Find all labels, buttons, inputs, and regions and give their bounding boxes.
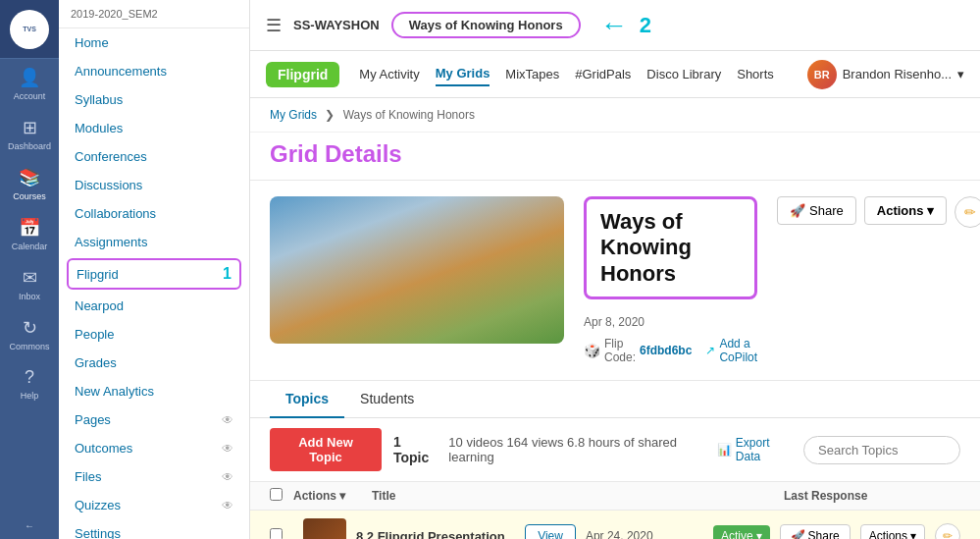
sidebar-item-new-analytics[interactable]: New Analytics — [59, 377, 249, 405]
header-last-response-col: Last Response — [784, 489, 960, 503]
calendar-icon: 📅 — [19, 217, 40, 239]
sidebar-item-discussions[interactable]: Discussions — [59, 171, 249, 199]
nav-item-calendar[interactable]: 📅 Calendar — [0, 209, 59, 259]
grid-details-title: Grid Details — [270, 140, 960, 168]
header-actions-col: Actions ▾ — [293, 489, 372, 503]
pages-eye-icon: 👁 — [222, 413, 233, 427]
outcomes-eye-icon: 👁 — [222, 442, 233, 456]
tab-topics[interactable]: Topics — [270, 381, 344, 418]
sidebar-item-syllabus[interactable]: Syllabus — [59, 85, 249, 114]
sidebar-item-announcements[interactable]: Announcements — [59, 57, 249, 85]
nav-item-account[interactable]: 👤 Account — [0, 59, 59, 109]
share-icon: 🚀 — [790, 203, 805, 218]
flip-code-value[interactable]: 6fdbd6bc — [640, 344, 692, 357]
share-icon: 🚀 — [791, 529, 805, 539]
row-select-checkbox[interactable] — [270, 528, 283, 539]
row-edit-button[interactable]: ✏ — [935, 523, 960, 539]
sidebar-item-grades[interactable]: Grades — [59, 349, 249, 377]
header-checkbox-col — [270, 488, 293, 504]
chevron-down-icon: ▾ — [756, 529, 762, 539]
actions-dropdown-button[interactable]: Actions ▾ — [864, 196, 948, 225]
export-data-link[interactable]: 📊 Export Data — [717, 436, 792, 463]
search-topics-input[interactable] — [803, 436, 960, 464]
flipgrid-navbar: Flipgrid My Activity My Grids MixTapes #… — [250, 51, 980, 98]
canvas-topbar: ☰ SS-WAYSHON Ways of Knowing Honors ← 2 — [250, 0, 980, 51]
left-navigation: TVS 👤 Account ⊞ Dashboard 📚 Courses 📅 Ca… — [0, 0, 59, 539]
nav-label-courses: Courses — [13, 191, 46, 201]
view-topic-button[interactable]: View — [525, 524, 576, 539]
hamburger-icon[interactable]: ☰ — [266, 15, 282, 36]
fg-link-shorts[interactable]: Shorts — [737, 63, 774, 85]
topic-title: 8.2 Flipgrid Presentation — [356, 529, 515, 539]
chevron-down-icon: ▾ — [927, 203, 934, 218]
grid-metadata: Ways ofKnowingHonors Apr 8, 2020 🎲 Flip … — [584, 196, 757, 364]
sidebar-item-assignments[interactable]: Assignments — [59, 228, 249, 256]
chevron-down-icon: ▾ — [910, 529, 916, 539]
sidebar-item-quizzes[interactable]: Quizzes 👁 — [59, 491, 249, 519]
row-actions-button[interactable]: Actions ▾ — [860, 524, 925, 539]
sidebar-item-files[interactable]: Files 👁 — [59, 462, 249, 491]
sidebar-item-home[interactable]: Home — [59, 28, 249, 57]
quizzes-eye-icon: 👁 — [222, 499, 233, 512]
logo-circle: TVS — [10, 10, 49, 49]
dashboard-icon: ⊞ — [23, 117, 37, 138]
user-menu[interactable]: BR Brandon Risenho... ▾ — [807, 60, 964, 89]
select-all-checkbox[interactable] — [270, 488, 283, 501]
commons-icon: ↻ — [23, 317, 37, 339]
table-row: 8.2 Flipgrid Presentation View Apr 24, 2… — [250, 511, 980, 539]
sidebar-item-collaborations[interactable]: Collaborations — [59, 199, 249, 228]
flipgrid-logo: Flipgrid — [266, 62, 339, 87]
nav-item-courses[interactable]: 📚 Courses — [0, 159, 59, 209]
topics-students-tabs: Topics Students — [250, 381, 980, 418]
nav-item-dashboard[interactable]: ⊞ Dashboard — [0, 109, 59, 159]
fg-link-disco-library[interactable]: Disco Library — [646, 63, 721, 85]
course-code: SS-WAYSHON — [293, 18, 380, 32]
main-content-area: ☰ SS-WAYSHON Ways of Knowing Honors ← 2 … — [250, 0, 980, 539]
edit-grid-button[interactable]: ✏ — [954, 196, 980, 228]
sidebar-item-nearpod[interactable]: Nearpod — [59, 292, 249, 320]
help-icon: ? — [25, 367, 34, 388]
fg-link-my-grids[interactable]: My Grids — [436, 62, 490, 86]
breadcrumb-current: Ways of Knowing Honors — [343, 108, 475, 122]
nav-label-commons: Commons — [9, 342, 49, 351]
breadcrumb-my-grids[interactable]: My Grids — [270, 108, 317, 122]
tab-students[interactable]: Students — [344, 381, 430, 418]
sidebar-item-conferences[interactable]: Conferences — [59, 142, 249, 171]
user-name: Brandon Risenho... — [843, 67, 952, 81]
sidebar-item-settings[interactable]: Settings — [59, 519, 249, 539]
grid-action-buttons: 🚀 Share Actions ▾ ✏ — [777, 196, 980, 228]
annotation-1: 1 — [223, 265, 232, 283]
nav-label-inbox: Inbox — [19, 292, 40, 301]
row-checkbox[interactable] — [270, 527, 293, 539]
nav-item-help[interactable]: ? Help — [0, 359, 59, 408]
add-copilot-link[interactable]: Add a CoPilot — [719, 337, 757, 364]
fg-link-mixtapes[interactable]: MixTapes — [505, 63, 559, 85]
nav-collapse[interactable]: ← — [0, 512, 59, 539]
grid-title-text: Ways ofKnowingHonors — [600, 209, 741, 287]
sidebar-item-modules[interactable]: Modules — [59, 114, 249, 142]
user-avatar: BR — [807, 60, 837, 89]
sidebar-item-pages[interactable]: Pages 👁 — [59, 405, 249, 434]
chevron-down-icon: ▾ — [957, 67, 964, 81]
grid-date: Apr 8, 2020 — [584, 315, 757, 329]
collapse-icon: ← — [25, 520, 34, 531]
grid-details-header-section: Grid Details — [250, 133, 980, 181]
course-title-pill[interactable]: Ways of Knowing Honors — [391, 12, 581, 38]
sidebar-item-flipgrid[interactable]: Flipgrid 1 — [67, 258, 241, 290]
nav-item-commons[interactable]: ↻ Commons — [0, 309, 59, 359]
annotation-2: 2 — [640, 13, 651, 38]
semester-label: 2019-2020_SEM2 — [59, 0, 249, 28]
nav-label-help: Help — [21, 391, 39, 401]
fg-link-gridpals[interactable]: #GridPals — [575, 63, 631, 85]
sidebar-item-people[interactable]: People — [59, 320, 249, 349]
share-button[interactable]: 🚀 Share — [777, 196, 856, 225]
chevron-down-icon: ▾ — [339, 489, 345, 503]
add-new-topic-button[interactable]: Add New Topic — [270, 428, 382, 471]
fg-link-my-activity[interactable]: My Activity — [359, 63, 419, 85]
courses-icon: 📚 — [19, 167, 40, 189]
row-share-button[interactable]: 🚀 Share — [780, 524, 851, 539]
grid-title-box: Ways ofKnowingHonors — [584, 196, 757, 299]
nav-item-inbox[interactable]: ✉ Inbox — [0, 259, 59, 309]
sidebar-item-outcomes[interactable]: Outcomes 👁 — [59, 434, 249, 462]
active-status-button[interactable]: Active ▾ — [713, 525, 770, 539]
